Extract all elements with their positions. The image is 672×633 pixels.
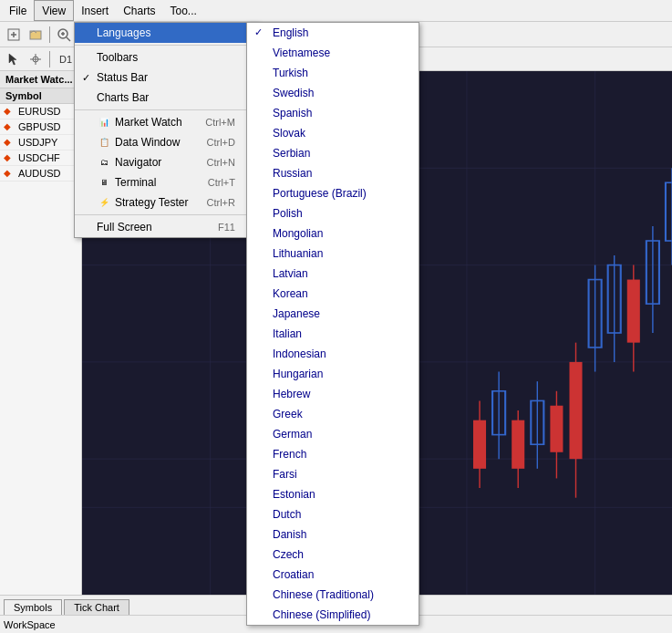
lang-item-estonian[interactable]: Estonian: [247, 484, 419, 504]
menu-insert[interactable]: Insert: [74, 0, 116, 21]
strategy-tester-shortcut: Ctrl+R: [206, 197, 234, 208]
tab-symbols[interactable]: Symbols: [4, 599, 62, 615]
symbol-usdjpy[interactable]: ◆ USDJPY: [0, 135, 81, 150]
terminal-menu-icon: 🖥: [97, 175, 111, 190]
lang-item-greek[interactable]: Greek: [247, 404, 419, 424]
lang-item-label: Swedish: [273, 87, 314, 99]
lang-item-label: Estonian: [273, 488, 315, 501]
symbol-name-usdchf: USDCHF: [18, 152, 60, 163]
zoom-in-btn[interactable]: [54, 25, 74, 45]
menu-file[interactable]: File: [2, 0, 34, 21]
lang-item-czech[interactable]: Czech: [247, 545, 419, 565]
cursor-btn[interactable]: [4, 49, 24, 69]
open-btn[interactable]: [26, 25, 46, 45]
lang-item-farsi[interactable]: Farsi: [247, 464, 419, 484]
svg-rect-36: [473, 420, 486, 469]
left-panel: Market Watc... Symbol ◆ EURUSD ◆ GBPUSD …: [0, 71, 82, 595]
lang-item-hungarian[interactable]: Hungarian: [247, 364, 419, 384]
lang-item-danish[interactable]: Danish: [247, 524, 419, 545]
market-watch-header: Market Watc...: [0, 71, 81, 88]
status-bar-check: ✓: [82, 72, 90, 84]
view-market-watch[interactable]: 📊 Market Watch Ctrl+M: [75, 112, 257, 132]
diamond-icon: ◆: [4, 106, 15, 117]
navigator-menu-icon: 🗂: [97, 155, 111, 170]
lang-item-french[interactable]: French: [247, 444, 419, 464]
lang-item-indonesian[interactable]: Indonesian: [247, 344, 419, 364]
view-sep-3: [75, 214, 257, 215]
lang-item-label: Japanese: [273, 307, 320, 320]
lang-item-label: Russian: [273, 167, 312, 180]
menu-view[interactable]: View: [34, 0, 74, 21]
view-strategy-tester[interactable]: ⚡ Strategy Tester Ctrl+R: [75, 192, 257, 213]
lang-item-label: Greek: [273, 408, 303, 420]
lang-item-mongolian[interactable]: Mongolian: [247, 223, 419, 244]
lang-item-label: Chinese (Simplified): [273, 608, 370, 621]
view-menu-dropdown: Languages Toolbars ✓ Status Bar Charts B…: [74, 22, 258, 238]
lang-item-label: Farsi: [273, 468, 297, 481]
lang-item-label: Hungarian: [273, 368, 323, 380]
lang-item-chinese--traditional-[interactable]: Chinese (Traditional): [247, 585, 419, 605]
lang-item-english[interactable]: ✓English: [247, 23, 419, 43]
view-full-screen[interactable]: Full Screen F11: [75, 217, 257, 237]
view-languages[interactable]: Languages: [75, 23, 257, 43]
view-full-screen-label: Full Screen: [97, 221, 152, 233]
lang-item-label: Polish: [273, 207, 303, 220]
lang-item-vietnamese[interactable]: Vietnamese: [247, 43, 419, 63]
lang-item-label: Hebrew: [273, 388, 310, 400]
lang-item-lithuanian[interactable]: Lithuanian: [247, 244, 419, 264]
symbol-column-header: Symbol: [0, 88, 81, 104]
new-chart-btn[interactable]: [4, 25, 24, 45]
lang-item-italian[interactable]: Italian: [247, 324, 419, 344]
sep-1: [49, 26, 50, 43]
symbol-usdchf[interactable]: ◆ USDCHF: [0, 150, 81, 166]
symbol-eurusd[interactable]: ◆ EURUSD: [0, 104, 81, 119]
lang-item-hebrew[interactable]: Hebrew: [247, 384, 419, 404]
main-window: File View Insert Charts Too...: [0, 0, 672, 633]
view-toolbars[interactable]: Toolbars: [75, 47, 257, 67]
lang-item-swedish[interactable]: Swedish: [247, 83, 419, 103]
lang-item-russian[interactable]: Russian: [247, 163, 419, 183]
lang-item-croatian[interactable]: Croatian: [247, 565, 419, 585]
lang-item-korean[interactable]: Korean: [247, 284, 419, 304]
view-status-bar[interactable]: ✓ Status Bar: [75, 67, 257, 88]
lang-item-spanish[interactable]: Spanish: [247, 103, 419, 123]
lang-item-german[interactable]: German: [247, 424, 419, 444]
svg-line-5: [67, 37, 70, 41]
data-window-shortcut: Ctrl+D: [206, 137, 234, 148]
market-watch-menu-icon: 📊: [97, 115, 111, 130]
lang-item-label: Italian: [273, 327, 302, 340]
lang-item-chinese--simplified-[interactable]: Chinese (Simplified): [247, 605, 419, 625]
symbol-audusd[interactable]: ◆ AUDUSD: [0, 166, 81, 182]
menu-tools[interactable]: Too...: [163, 0, 204, 21]
lang-item-japanese[interactable]: Japanese: [247, 304, 419, 324]
lang-item-portuguese--brazil-[interactable]: Portuguese (Brazil): [247, 183, 419, 203]
view-data-window-label: Data Window: [115, 136, 180, 149]
lang-item-polish[interactable]: Polish: [247, 203, 419, 223]
lang-item-dutch[interactable]: Dutch: [247, 504, 419, 524]
lang-item-label: French: [273, 448, 306, 461]
view-data-window[interactable]: 📋 Data Window Ctrl+D: [75, 132, 257, 152]
svg-marker-21: [9, 54, 16, 65]
lang-item-serbian[interactable]: Serbian: [247, 143, 419, 163]
lang-item-label: English: [273, 26, 308, 39]
lang-item-label: Portuguese (Brazil): [273, 187, 367, 200]
view-terminal-label: Terminal: [115, 176, 156, 189]
lang-item-label: Slovak: [273, 127, 305, 140]
lang-item-turkish[interactable]: Turkish: [247, 63, 419, 83]
view-navigator[interactable]: 🗂 Navigator Ctrl+N: [75, 152, 257, 172]
lang-item-label: Serbian: [273, 147, 310, 160]
languages-submenu: ✓EnglishVietnameseTurkishSwedishSpanishS…: [246, 22, 419, 626]
view-charts-bar[interactable]: Charts Bar: [75, 88, 257, 108]
menu-charts[interactable]: Charts: [116, 0, 162, 21]
lang-item-label: German: [273, 428, 312, 441]
diamond-icon-4: ◆: [4, 152, 15, 163]
crosshair-btn[interactable]: [26, 49, 46, 69]
symbol-gbpusd[interactable]: ◆ GBPUSD: [0, 119, 81, 135]
view-terminal[interactable]: 🖥 Terminal Ctrl+T: [75, 172, 257, 192]
lang-item-latvian[interactable]: Latvian: [247, 264, 419, 284]
svg-rect-46: [569, 362, 582, 459]
lang-item-slovak[interactable]: Slovak: [247, 123, 419, 143]
tab-tick-chart[interactable]: Tick Chart: [64, 599, 129, 615]
navigator-shortcut: Ctrl+N: [206, 157, 234, 168]
menu-bar: File View Insert Charts Too...: [0, 0, 672, 22]
